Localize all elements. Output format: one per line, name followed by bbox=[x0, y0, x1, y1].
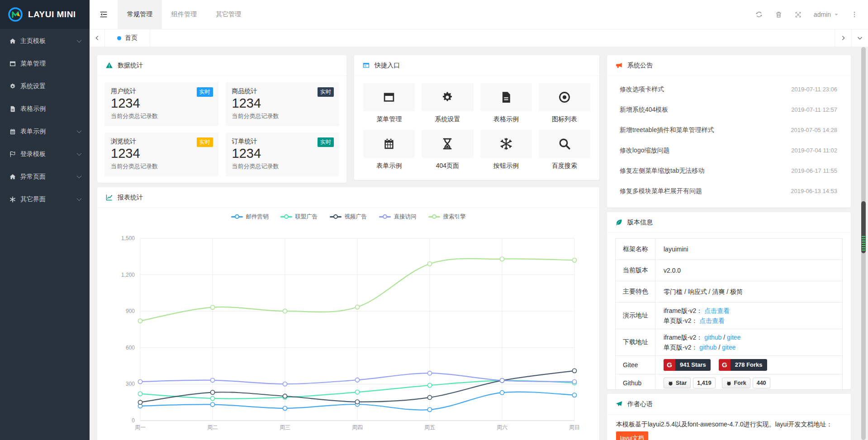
collapse-sidebar-button[interactable] bbox=[90, 0, 118, 29]
sidebar-item-7[interactable]: 其它界面 bbox=[0, 188, 90, 211]
legend-marker bbox=[231, 214, 243, 219]
stat-badge: 实时 bbox=[197, 137, 213, 147]
user-dropdown[interactable]: admin bbox=[814, 11, 839, 18]
link-github[interactable]: github bbox=[704, 334, 721, 341]
link-点击查看[interactable]: 点击查看 bbox=[699, 317, 725, 324]
scrollbar-thumb[interactable] bbox=[861, 201, 866, 253]
data-stats-title: 数据统计 bbox=[118, 62, 143, 70]
gears-icon bbox=[9, 83, 16, 90]
octocat-icon bbox=[726, 380, 732, 386]
file-icon bbox=[9, 105, 16, 113]
layui-doc-badge[interactable]: layui文档 bbox=[616, 431, 648, 440]
module-tab-0[interactable]: 常规管理 bbox=[118, 0, 162, 29]
tab-scroll-right-button[interactable] bbox=[835, 29, 851, 47]
announcement-row-4: 修复左侧菜单缩放tab无法移动2019-06-17 11:55 bbox=[620, 161, 837, 181]
stat-badge: 实时 bbox=[197, 87, 213, 97]
chevron-down-icon bbox=[77, 151, 82, 156]
chevron-down-icon bbox=[77, 38, 82, 43]
svg-text:周一: 周一 bbox=[135, 424, 146, 431]
version-table: 框架名称layuimini当前版本v2.0.0主要特色零门槛 / 响应式 / 清… bbox=[615, 238, 843, 389]
gears-icon bbox=[441, 90, 454, 104]
legend-marker bbox=[330, 214, 342, 219]
gitee-badge[interactable]: G941 Stars bbox=[664, 359, 711, 371]
sidebar-item-label: 表格示例 bbox=[20, 105, 81, 113]
refresh-button[interactable] bbox=[755, 10, 763, 19]
file-icon bbox=[499, 90, 513, 104]
link-点击查看[interactable]: 点击查看 bbox=[704, 307, 730, 314]
send-icon bbox=[615, 400, 623, 408]
stat-panel-1: 商品统计实时1234当前分类总记录数 bbox=[226, 82, 340, 126]
legend-item-4[interactable]: 搜索引擎 bbox=[428, 213, 466, 221]
shortcut-2[interactable]: 表格示例 bbox=[480, 83, 532, 123]
stat-value: 1234 bbox=[232, 146, 333, 161]
chevron-down-icon bbox=[77, 174, 82, 179]
tab-scroll-left-button[interactable] bbox=[90, 29, 105, 47]
shortcut-0[interactable]: 菜单管理 bbox=[363, 83, 415, 123]
module-tab-1[interactable]: 组件管理 bbox=[162, 0, 206, 29]
module-tab-2[interactable]: 其它管理 bbox=[206, 0, 251, 29]
more-actions-button[interactable] bbox=[851, 11, 858, 18]
card-shortcuts: 快捷入口 菜单管理系统设置表格示例图标列表表单示例404页面按钮示例百度搜索 bbox=[354, 55, 599, 180]
card-announcements: 系统公告 修改选项卡样式2019-07-11 23:06新增系统404模板201… bbox=[607, 55, 851, 208]
announcement-date: 2019-06-13 14:53 bbox=[791, 188, 837, 194]
sidebar-item-2[interactable]: 系统设置 bbox=[0, 75, 90, 98]
shortcut-6[interactable]: 按钮示例 bbox=[480, 130, 532, 170]
link-gitee[interactable]: gitee bbox=[727, 334, 740, 341]
github-badge-star[interactable]: Star1,419 bbox=[664, 378, 716, 388]
legend-item-1[interactable]: 联盟广告 bbox=[280, 213, 318, 221]
svg-text:1,500: 1,500 bbox=[121, 235, 135, 241]
version-label: Github bbox=[616, 374, 655, 390]
announcement-text: 修改选项卡样式 bbox=[620, 85, 664, 94]
dot-circle-icon bbox=[558, 90, 571, 104]
version-row-2: 主要特色零门槛 / 响应式 / 清爽 / 极简 bbox=[616, 281, 843, 303]
svg-text:周二: 周二 bbox=[207, 424, 218, 431]
gitee-badge[interactable]: G278 Forks bbox=[719, 359, 767, 371]
legend-marker bbox=[280, 214, 292, 219]
shortcut-5[interactable]: 404页面 bbox=[422, 130, 473, 170]
refresh-icon bbox=[755, 10, 763, 19]
clear-cache-button[interactable] bbox=[775, 11, 783, 19]
chevron-right-icon bbox=[840, 35, 846, 41]
gitee-icon: G bbox=[719, 359, 730, 371]
version-label: 主要特色 bbox=[616, 281, 655, 303]
trash-icon bbox=[775, 11, 783, 19]
fullscreen-button[interactable] bbox=[794, 11, 802, 19]
link-gitee[interactable]: gitee bbox=[722, 344, 735, 351]
sidebar-item-label: 异常页面 bbox=[20, 173, 77, 181]
legend-label: 联盟广告 bbox=[295, 213, 318, 221]
stat-panel-2: 浏览统计实时1234当前分类总记录数 bbox=[104, 132, 218, 176]
announcement-text: 新增treetable插件和菜单管理样式 bbox=[620, 126, 714, 134]
legend-item-0[interactable]: 邮件营销 bbox=[231, 213, 269, 221]
shortcut-4[interactable]: 表单示例 bbox=[363, 130, 415, 170]
announcement-date: 2019-07-11 23:06 bbox=[791, 86, 837, 93]
sidebar-item-5[interactable]: 登录模板 bbox=[0, 143, 90, 166]
card-version: 版本信息 框架名称layuimini当前版本v2.0.0主要特色零门槛 / 响应… bbox=[607, 212, 851, 389]
sidebar-item-6[interactable]: 异常页面 bbox=[0, 166, 90, 188]
shortcut-1[interactable]: 系统设置 bbox=[422, 83, 473, 123]
legend-item-2[interactable]: 视频广告 bbox=[330, 213, 367, 221]
legend-item-3[interactable]: 直接访问 bbox=[379, 213, 417, 221]
sidebar-item-label: 系统设置 bbox=[20, 82, 81, 90]
github-badge-fork[interactable]: Fork440 bbox=[722, 378, 770, 388]
shortcut-3[interactable]: 图标列表 bbox=[539, 83, 590, 123]
shortcut-label: 按钮示例 bbox=[480, 162, 532, 170]
version-row-4: 下载地址iframe版-v2： github / gitee单页版-v2： gi… bbox=[616, 329, 843, 356]
user-name: admin bbox=[814, 11, 831, 18]
version-label: 当前版本 bbox=[616, 260, 655, 281]
report-chart: 03006009001,2001,500周一周二周三周四周五周六周日 bbox=[97, 221, 599, 440]
link-github[interactable]: github bbox=[699, 344, 716, 351]
tab-home[interactable]: 首页 bbox=[105, 29, 150, 47]
sidebar-item-0[interactable]: 主页模板 bbox=[0, 30, 90, 52]
data-stats-header: 数据统计 bbox=[97, 55, 346, 76]
chevron-down-icon bbox=[77, 196, 82, 201]
collapse-menu-icon bbox=[99, 10, 108, 19]
sidebar-item-3[interactable]: 表格示例 bbox=[0, 98, 90, 120]
version-row-1: 当前版本v2.0.0 bbox=[616, 260, 843, 281]
sidebar-item-4[interactable]: 表单示例 bbox=[0, 120, 90, 143]
tab-options-button[interactable] bbox=[851, 29, 868, 47]
github-count: 440 bbox=[753, 378, 770, 388]
sidebar-item-1[interactable]: 菜单管理 bbox=[0, 52, 90, 75]
stat-value: 1234 bbox=[111, 146, 212, 161]
shortcut-7[interactable]: 百度搜索 bbox=[539, 130, 590, 170]
logo[interactable]: LAYUI MINI bbox=[0, 0, 90, 29]
